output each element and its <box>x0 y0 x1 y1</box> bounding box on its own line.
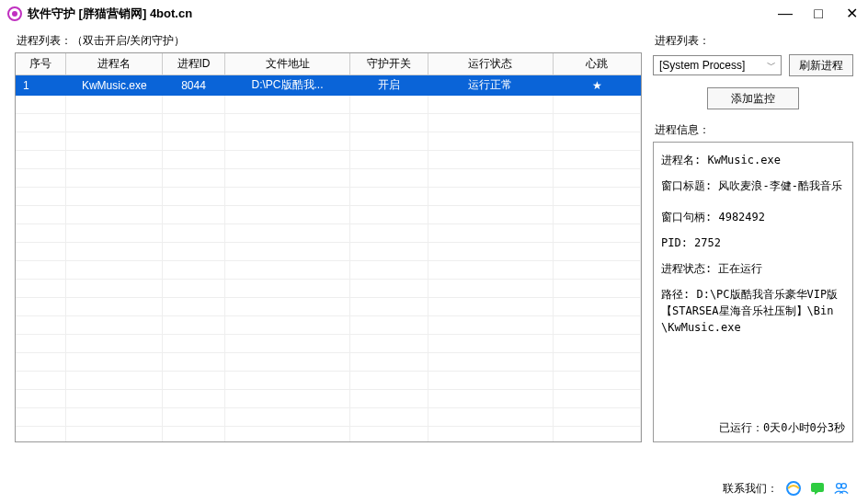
close-button[interactable]: ✕ <box>842 6 861 21</box>
table-row[interactable] <box>16 206 641 224</box>
table-row[interactable]: 1 KwMusic.exe 8044 D:\PC版酷我... 开启 运行正常 ★ <box>16 75 641 96</box>
info-status: 进程状态: 正在运行 <box>661 260 845 277</box>
table-row[interactable] <box>16 132 641 151</box>
table-row[interactable] <box>16 280 641 298</box>
info-title: 窗口标题: 风吹麦浪-李健-酷我音乐 <box>661 178 845 194</box>
svg-rect-1 <box>811 483 824 492</box>
info-name: 进程名: KwMusic.exe <box>661 152 845 168</box>
table-row[interactable] <box>16 427 641 443</box>
maximize-button[interactable]: □ <box>809 6 828 21</box>
cell-status: 运行正常 <box>428 75 554 96</box>
table-row[interactable] <box>16 188 641 206</box>
table-row[interactable] <box>16 390 641 408</box>
chevron-down-icon: ﹀ <box>764 59 779 72</box>
table-row[interactable] <box>16 151 641 169</box>
table-row[interactable] <box>16 169 641 188</box>
info-path: 路径: D:\PC版酷我音乐豪华VIP版【STARSEA星海音乐社压制】\Bin… <box>661 286 845 336</box>
ie-icon[interactable] <box>785 480 802 497</box>
table-row[interactable] <box>16 261 641 280</box>
col-pid[interactable]: 进程ID <box>163 53 224 75</box>
table-row[interactable] <box>16 408 641 427</box>
cell-path: D:\PC版酷我... <box>224 75 350 96</box>
app-icon <box>7 6 22 21</box>
col-hb[interactable]: 心跳 <box>554 53 641 75</box>
window-title: 软件守护 [胖猫营销网] 4bot.cn <box>28 6 192 22</box>
process-table[interactable]: 序号 进程名 进程ID 文件地址 守护开关 运行状态 心跳 1 KwMusic.… <box>15 52 642 442</box>
footer: 联系我们： <box>723 480 850 497</box>
table-row[interactable] <box>16 298 641 316</box>
col-name[interactable]: 进程名 <box>66 53 163 75</box>
titlebar: 软件守护 [胖猫营销网] 4bot.cn — □ ✕ <box>0 0 868 28</box>
contact-label: 联系我们： <box>723 481 778 497</box>
table-row[interactable] <box>16 353 641 372</box>
minimize-button[interactable]: — <box>776 6 794 21</box>
window-controls: — □ ✕ <box>776 6 861 21</box>
svg-point-2 <box>837 484 841 488</box>
add-monitor-button[interactable]: 添加监控 <box>707 87 799 109</box>
group-icon[interactable] <box>833 480 850 497</box>
svg-point-3 <box>841 484 846 488</box>
col-switch[interactable]: 守护开关 <box>350 53 428 75</box>
table-row[interactable] <box>16 243 641 261</box>
process-list-label: 进程列表：（双击开启/关闭守护） <box>17 33 642 49</box>
col-seq[interactable]: 序号 <box>16 53 66 75</box>
process-combobox[interactable]: [System Process] ﹀ <box>653 55 782 75</box>
chat-icon[interactable] <box>809 480 826 497</box>
cell-name: KwMusic.exe <box>66 75 163 96</box>
info-pid: PID: 2752 <box>661 235 845 251</box>
table-row[interactable] <box>16 224 641 243</box>
table-row[interactable] <box>16 316 641 335</box>
table-row[interactable] <box>16 335 641 353</box>
right-list-label: 进程列表： <box>655 33 853 49</box>
cell-seq: 1 <box>16 75 66 96</box>
cell-hb: ★ <box>554 75 641 96</box>
table-row[interactable] <box>16 96 641 114</box>
col-path[interactable]: 文件地址 <box>224 53 350 75</box>
table-row[interactable] <box>16 372 641 390</box>
info-label: 进程信息： <box>655 122 853 138</box>
table-header: 序号 进程名 进程ID 文件地址 守护开关 运行状态 心跳 <box>16 53 641 75</box>
process-info-box: 进程名: KwMusic.exe 窗口标题: 风吹麦浪-李健-酷我音乐 窗口句柄… <box>653 142 853 442</box>
col-status[interactable]: 运行状态 <box>428 53 554 75</box>
combo-value: [System Process] <box>659 59 745 72</box>
runtime-text: 已运行：0天0小时0分3秒 <box>719 419 845 436</box>
refresh-button[interactable]: 刷新进程 <box>789 54 853 76</box>
table-row[interactable] <box>16 114 641 132</box>
cell-pid: 8044 <box>163 75 224 96</box>
cell-switch: 开启 <box>350 75 428 96</box>
info-hwnd: 窗口句柄: 4982492 <box>661 209 845 225</box>
